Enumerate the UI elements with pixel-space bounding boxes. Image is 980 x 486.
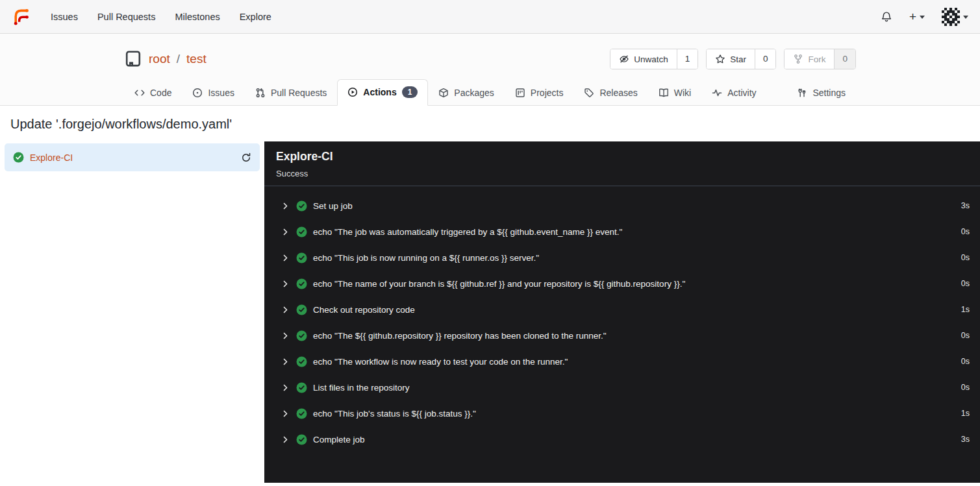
tab-actions[interactable]: Actions 1 <box>337 79 428 106</box>
check-circle-icon <box>296 226 307 237</box>
nav-item-explore[interactable]: Explore <box>240 12 271 22</box>
repo-header: root / test Unwatch <box>0 34 980 106</box>
step-name: echo "This job is now running on a ${{ r… <box>313 253 539 263</box>
tab-activity[interactable]: Activity <box>701 80 766 106</box>
step-row[interactable]: Set up job 3s <box>281 193 970 219</box>
chevron-right-icon <box>281 306 290 314</box>
step-name: echo "The ${{ github.repository }} repos… <box>313 331 607 341</box>
forgejo-logo-icon[interactable] <box>12 7 31 27</box>
eye-slash-icon <box>619 54 629 64</box>
step-row[interactable]: List files in the repository 0s <box>281 374 970 400</box>
step-name: echo "The job was automatically triggere… <box>313 227 622 237</box>
step-duration: 0s <box>961 253 970 262</box>
rerun-sync-icon[interactable] <box>241 152 251 163</box>
check-circle-icon <box>296 330 307 341</box>
tab-releases[interactable]: Releases <box>573 80 647 106</box>
run-title: Explore-CI <box>276 150 968 164</box>
step-duration: 0s <box>961 357 970 366</box>
watch-button-group: Unwatch 1 <box>610 49 698 69</box>
user-menu-dropdown[interactable] <box>942 8 968 26</box>
check-circle-icon <box>296 304 307 315</box>
step-duration: 1s <box>961 409 970 418</box>
fork-button-group: Fork 0 <box>784 49 856 69</box>
notifications-bell-icon[interactable] <box>881 11 892 23</box>
star-count[interactable]: 0 <box>755 49 776 69</box>
run-header: Explore-CI Success <box>264 141 980 186</box>
check-circle-icon <box>13 152 24 163</box>
star-button[interactable]: Star <box>707 49 755 69</box>
nav-item-milestones[interactable]: Milestones <box>175 12 220 22</box>
step-duration: 0s <box>961 383 970 392</box>
star-icon <box>715 54 725 64</box>
step-name: Check out repository code <box>313 305 415 315</box>
step-duration: 3s <box>961 435 970 444</box>
nav-item-issues[interactable]: Issues <box>51 12 78 22</box>
step-name: Set up job <box>313 201 353 211</box>
repo-breadcrumb: root / test <box>124 50 207 68</box>
chevron-right-icon <box>281 202 290 210</box>
chevron-right-icon <box>281 409 290 418</box>
step-row[interactable]: echo "This job's status is ${{ job.statu… <box>281 400 970 426</box>
step-row[interactable]: Complete job 3s <box>281 426 970 452</box>
watch-count[interactable]: 1 <box>677 49 698 69</box>
top-navbar: Issues Pull Requests Milestones Explore … <box>0 0 980 34</box>
step-row[interactable]: echo "The ${{ github.repository }} repos… <box>281 322 970 348</box>
step-row[interactable]: echo "This job is now running on a ${{ r… <box>281 245 970 271</box>
page-title: Update '.forgejo/workflows/demo.yaml' <box>10 117 970 132</box>
run-status: Success <box>276 169 968 178</box>
nav-item-pull-requests[interactable]: Pull Requests <box>97 12 155 22</box>
check-circle-icon <box>296 200 307 212</box>
fork-count[interactable]: 0 <box>834 49 855 69</box>
repo-owner-link[interactable]: root <box>149 52 170 66</box>
chevron-right-icon <box>281 358 290 366</box>
check-circle-icon <box>296 382 307 393</box>
actions-count-badge: 1 <box>402 86 418 98</box>
repo-name-link[interactable]: test <box>186 52 207 66</box>
step-duration: 0s <box>961 227 970 236</box>
step-name: List files in the repository <box>313 383 410 393</box>
fork-button: Fork <box>785 49 834 69</box>
tab-issues[interactable]: Issues <box>182 80 244 106</box>
job-item-explore-ci[interactable]: Explore-CI <box>5 143 260 171</box>
check-circle-icon <box>296 408 307 419</box>
steps-list: Set up job 3s echo "The job was automati… <box>264 186 980 452</box>
check-circle-icon <box>296 356 307 367</box>
tab-projects[interactable]: Projects <box>505 80 574 106</box>
step-row[interactable]: echo "The workflow is now ready to test … <box>281 348 970 374</box>
check-circle-icon <box>296 252 307 263</box>
step-name: echo "The name of your branch is ${{ git… <box>313 279 685 289</box>
chevron-right-icon <box>281 383 290 392</box>
caret-down-icon <box>963 16 968 19</box>
create-new-dropdown[interactable]: + <box>909 10 925 23</box>
chevron-right-icon <box>281 332 290 340</box>
breadcrumb-separator: / <box>177 52 180 66</box>
repo-tabbar: Code Issues Pull Requests <box>124 79 856 105</box>
step-duration: 0s <box>961 279 970 288</box>
step-name: echo "This job's status is ${{ job.statu… <box>313 409 476 419</box>
repo-book-icon <box>124 50 142 68</box>
job-name: Explore-CI <box>30 152 73 163</box>
step-row[interactable]: echo "The name of your branch is ${{ git… <box>281 271 970 297</box>
tab-wiki[interactable]: Wiki <box>648 80 701 106</box>
star-button-group: Star 0 <box>706 49 776 69</box>
step-row[interactable]: echo "The job was automatically triggere… <box>281 219 970 245</box>
step-row[interactable]: Check out repository code 1s <box>281 297 970 322</box>
check-circle-icon <box>296 434 307 445</box>
step-duration: 3s <box>961 201 970 210</box>
tab-packages[interactable]: Packages <box>428 80 504 106</box>
step-duration: 1s <box>961 305 970 314</box>
chevron-right-icon <box>281 254 290 262</box>
tab-pull-requests[interactable]: Pull Requests <box>245 80 337 106</box>
chevron-right-icon <box>281 435 290 444</box>
step-duration: 0s <box>961 331 970 340</box>
chevron-right-icon <box>281 228 290 236</box>
step-name: echo "The workflow is now ready to test … <box>313 357 568 367</box>
check-circle-icon <box>296 278 307 289</box>
tab-code[interactable]: Code <box>124 80 182 106</box>
step-name: Complete job <box>313 435 365 444</box>
chevron-right-icon <box>281 280 290 288</box>
tab-settings[interactable]: Settings <box>786 80 856 106</box>
plus-icon: + <box>909 10 916 23</box>
unwatch-button[interactable]: Unwatch <box>610 49 677 69</box>
run-log-panel: Explore-CI Success Set up job 3s <box>264 141 980 483</box>
